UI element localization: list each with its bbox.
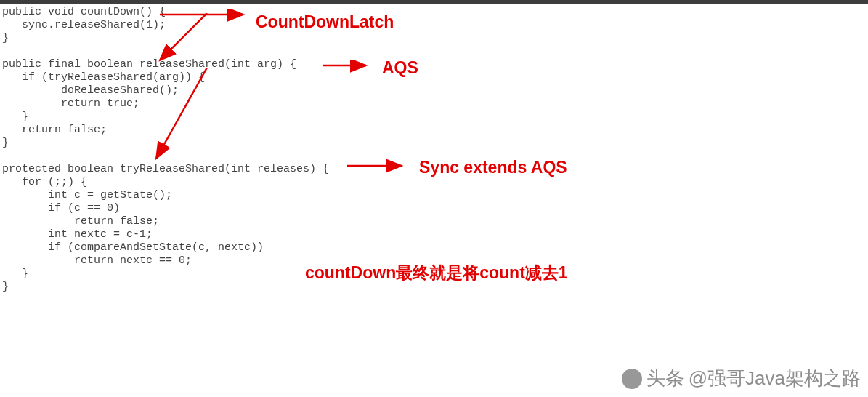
arrow-to-aqs [323, 60, 377, 74]
annotation-sync-extends: Sync extends AQS [419, 158, 567, 177]
annotation-comment: countDown最终就是将count减去1 [305, 262, 568, 284]
watermark-icon [622, 369, 642, 389]
annotation-countdownlatch: CountDownLatch [256, 12, 394, 32]
watermark-handle: @强哥Java架构之路 [689, 366, 861, 391]
editor-top-bar [0, 0, 868, 4]
watermark: 头条 @强哥Java架构之路 [622, 366, 861, 391]
watermark-prefix: 头条 [646, 366, 684, 391]
code-block: public void countDown() { sync.releaseSh… [2, 6, 329, 294]
annotation-aqs: AQS [382, 58, 418, 78]
arrow-to-sync [347, 159, 413, 175]
